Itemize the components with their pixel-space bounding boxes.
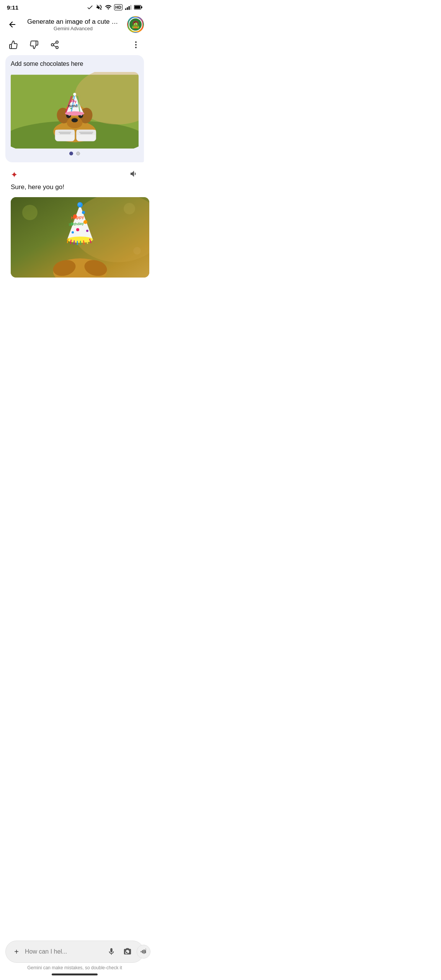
svg-point-51: [124, 203, 135, 214]
svg-rect-1: [127, 7, 128, 10]
svg-point-52: [133, 247, 141, 255]
wifi-icon: [105, 4, 112, 11]
back-button[interactable]: [5, 18, 19, 31]
mute-icon: [96, 4, 103, 11]
status-bar: 9:11 HD: [0, 0, 149, 13]
app-header: Generate an image of a cute dog we... Ge…: [0, 13, 149, 37]
svg-point-38: [70, 108, 72, 109]
conversation-title: Generate an image of a cute dog we...: [27, 18, 119, 26]
svg-point-37: [76, 104, 77, 106]
ai-response-header: ✦: [11, 169, 139, 180]
thumbs-up-button[interactable]: [7, 38, 20, 51]
carousel-dots: [11, 149, 139, 157]
ai-response-section: ✦ Sure, here you go!: [5, 169, 144, 191]
svg-point-64: [78, 203, 81, 206]
svg-point-58: [76, 228, 79, 231]
svg-point-23: [72, 118, 78, 122]
user-message-bubble: Add some chocolates here: [5, 55, 144, 162]
generated-image[interactable]: Happy birthday: [11, 197, 149, 278]
svg-line-10: [54, 46, 56, 47]
svg-point-7: [56, 41, 58, 43]
svg-line-11: [54, 43, 56, 44]
carousel-dot-1[interactable]: [69, 152, 73, 155]
svg-point-36: [72, 99, 74, 100]
header-title-block: Generate an image of a cute dog we... Ge…: [23, 18, 123, 31]
svg-point-57: [83, 220, 87, 224]
gemini-star-icon: ✦: [11, 170, 18, 180]
svg-rect-2: [129, 6, 130, 10]
image-carousel[interactable]: PPy Birthd: [11, 72, 139, 157]
user-message-text: Add some chocolates here: [11, 60, 139, 67]
svg-point-13: [135, 44, 137, 46]
svg-line-68: [74, 240, 74, 245]
hd-badge: HD: [114, 4, 122, 10]
user-avatar[interactable]: 🧟: [127, 16, 144, 33]
speaker-icon[interactable]: [129, 169, 139, 180]
svg-rect-3: [130, 5, 131, 10]
signal-icon: [125, 4, 132, 11]
status-icons: HD: [87, 4, 142, 11]
svg-rect-0: [125, 8, 126, 10]
app-subtitle: Gemini Advanced: [54, 26, 93, 31]
status-time: 9:11: [7, 4, 18, 11]
svg-point-50: [22, 205, 38, 220]
share-button[interactable]: [48, 38, 61, 51]
svg-rect-5: [134, 6, 140, 9]
chat-area: Add some chocolates here: [0, 55, 149, 278]
svg-point-12: [135, 41, 137, 43]
more-options-button[interactable]: [129, 38, 142, 51]
svg-point-14: [135, 47, 137, 48]
dog-image: PPy Birthd: [11, 72, 139, 149]
svg-point-60: [72, 231, 74, 234]
response-toolbar: [0, 37, 149, 55]
svg-point-35: [65, 111, 84, 116]
svg-point-8: [51, 44, 54, 46]
svg-rect-6: [141, 6, 142, 8]
carousel-dot-2[interactable]: [76, 152, 80, 155]
svg-point-59: [86, 230, 88, 232]
thumbs-down-button[interactable]: [28, 38, 41, 51]
battery-icon: [134, 5, 142, 10]
notification-icon: [87, 4, 93, 11]
svg-line-70: [80, 241, 81, 245]
ai-response-text: Sure, here you go!: [11, 183, 139, 191]
svg-point-55: [82, 211, 85, 214]
svg-point-9: [56, 46, 58, 49]
svg-point-39: [73, 93, 76, 96]
